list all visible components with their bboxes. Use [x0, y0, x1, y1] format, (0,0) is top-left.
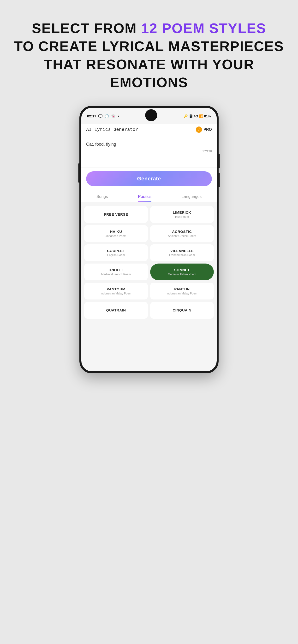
poem-name-quatrain: QUATRAIN — [106, 308, 126, 312]
poem-card-villanelle[interactable]: VILLANELLE French/Italian Poem — [150, 244, 214, 261]
camera-notch — [145, 109, 157, 121]
poem-card-free-verse[interactable]: FREE VERSE — [84, 206, 148, 223]
poem-name-acrostic: ACROSTIC — [172, 230, 192, 234]
poem-card-haiku[interactable]: HAIKU Japanese Poem — [84, 225, 148, 242]
app-title: AI Lyrics Generator — [86, 127, 138, 132]
generate-button-container: Generate — [81, 168, 217, 191]
headline-line2: TO CREATE LYRICAL MASTERPIECES — [10, 37, 288, 55]
text-input-area[interactable]: Cat, food, flying 17/128 — [81, 136, 217, 168]
key-icon: 🔑 — [184, 114, 188, 118]
poem-name-pantun: PANTUN — [174, 287, 190, 291]
tab-poetics[interactable]: Poetics — [138, 194, 152, 202]
headline-line3: THAT RESONATE WITH YOUR EMOTIONS — [10, 55, 288, 92]
poem-name-limerick: LIMERICK — [173, 210, 191, 214]
poem-subtitle-pantoum: Indonesian/Malay Poem — [100, 292, 131, 295]
phone-screen: 02:17 💬 🕐 👻 • 🔑 📳 4G 📶 81% AI Lyrics Gen… — [81, 108, 217, 371]
poem-name-haiku: HAIKU — [110, 230, 122, 234]
poem-name-couplet: COUPLET — [107, 249, 125, 253]
poem-card-limerick[interactable]: LIMERICK Irish Poem — [150, 206, 214, 223]
headline-prefix: SELECT FROM — [32, 20, 141, 36]
phone-power-button2 — [219, 173, 220, 187]
pro-badge: ✓ PRO — [196, 126, 212, 133]
poem-card-quatrain[interactable]: QUATRAIN — [84, 302, 148, 319]
app-header: AI Lyrics Generator ✓ PRO — [81, 124, 217, 136]
poem-subtitle-haiku: Japanese Poem — [106, 234, 126, 238]
poem-name-cinquain: CINQUAIN — [173, 308, 191, 312]
poem-card-triolet[interactable]: TRIOLET Medieval French Poem — [84, 264, 148, 280]
poem-card-acrostic[interactable]: ACROSTIC Ancient Greece Poem — [150, 225, 214, 242]
dot-indicator: • — [117, 114, 119, 118]
time-display: 02:17 — [87, 114, 96, 118]
pro-icon: ✓ — [196, 126, 202, 133]
phone-volume-button — [78, 164, 79, 182]
network-label: 4G — [194, 114, 198, 118]
headline-line1: SELECT FROM 12 POEM STYLES — [10, 19, 288, 37]
status-bar: 02:17 💬 🕐 👻 • 🔑 📳 4G 📶 81% — [81, 108, 217, 124]
poem-subtitle-limerick: Irish Poem — [175, 215, 189, 218]
signal-icon: 📶 — [199, 114, 203, 118]
poem-subtitle-acrostic: Ancient Greece Poem — [168, 234, 196, 238]
poem-card-cinquain[interactable]: CINQUAIN — [150, 302, 214, 319]
poem-name-villanelle: VILLANELLE — [170, 249, 194, 253]
input-text[interactable]: Cat, food, flying — [86, 141, 212, 148]
poem-card-sonnet[interactable]: SONNET Medieval Italian Poem — [150, 264, 214, 280]
tab-songs[interactable]: Songs — [96, 194, 108, 202]
pro-label: PRO — [203, 128, 212, 132]
poem-grid: FREE VERSE LIMERICK Irish Poem HAIKU Jap… — [81, 202, 217, 322]
phone-power-button — [219, 154, 220, 168]
whatsapp-icon: 💬 — [98, 114, 103, 118]
poem-card-pantoum[interactable]: PANTOUM Indonesian/Malay Poem — [84, 283, 148, 300]
poem-card-couplet[interactable]: COUPLET English Poem — [84, 244, 148, 261]
poem-subtitle-villanelle: French/Italian Poem — [169, 254, 195, 257]
poem-subtitle-sonnet: Medieval Italian Poem — [168, 273, 196, 276]
generate-button[interactable]: Generate — [86, 171, 212, 186]
poem-name-triolet: TRIOLET — [108, 268, 124, 272]
status-time: 02:17 💬 🕐 👻 • — [87, 114, 119, 118]
phone-mockup: 02:17 💬 🕐 👻 • 🔑 📳 4G 📶 81% AI Lyrics Gen… — [79, 106, 219, 373]
vibrate-icon: 📳 — [189, 114, 193, 118]
poem-subtitle-triolet: Medieval French Poem — [101, 273, 131, 276]
poem-name-pantoum: PANTOUM — [107, 287, 125, 291]
poem-name-sonnet: SONNET — [174, 268, 190, 272]
char-count: 17/128 — [86, 150, 212, 153]
headline-highlight: 12 POEM STYLES — [141, 20, 266, 36]
poem-name-free-verse: FREE VERSE — [104, 212, 128, 216]
poem-subtitle-pantun: Indonesian/Malay Poem — [167, 292, 198, 295]
status-right: 🔑 📳 4G 📶 81% — [184, 114, 211, 118]
snapchat-icon: 👻 — [111, 114, 116, 118]
clock-icon: 🕐 — [105, 114, 109, 118]
poem-subtitle-couplet: English Poem — [107, 254, 125, 257]
battery-display: 81% — [204, 114, 211, 118]
tab-languages[interactable]: Languages — [181, 194, 202, 202]
headline: SELECT FROM 12 POEM STYLES TO CREATE LYR… — [10, 19, 288, 92]
tabs-container: Songs Poetics Languages — [81, 191, 217, 202]
poem-card-pantun[interactable]: PANTUN Indonesian/Malay Poem — [150, 283, 214, 300]
